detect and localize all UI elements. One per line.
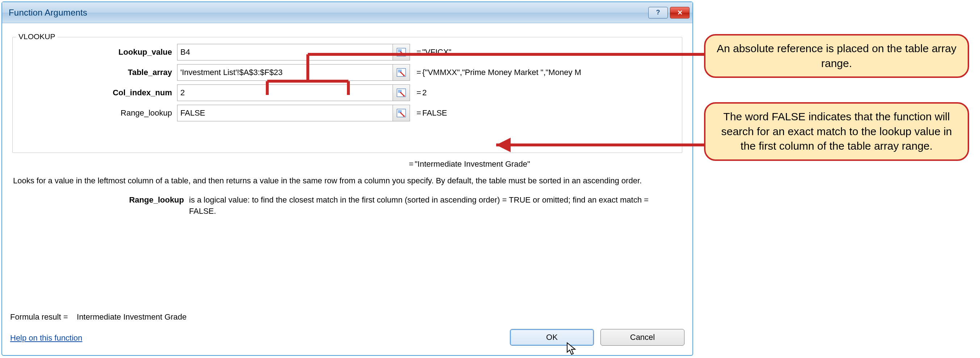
equals-sign: = bbox=[410, 108, 422, 118]
table-array-input[interactable] bbox=[177, 64, 393, 81]
range-picker-button[interactable] bbox=[393, 105, 410, 121]
arg-row-table-array: Table_array = {"VMMXX","Prime Money Mark… bbox=[18, 64, 677, 81]
help-on-this-function-link[interactable]: Help on this function bbox=[10, 333, 82, 343]
arg-evaluated: FALSE bbox=[422, 108, 677, 118]
function-arguments-dialog: Function Arguments ? ✕ VLOOKUP Lookup_va… bbox=[2, 2, 693, 356]
arg-row-range-lookup: Range_lookup = FALSE bbox=[18, 105, 677, 121]
arg-label: Lookup_value bbox=[18, 48, 177, 57]
collapse-dialog-icon bbox=[396, 109, 406, 118]
range-picker-button[interactable] bbox=[393, 84, 410, 101]
function-groupbox: VLOOKUP Lookup_value = "VFICX" Table_arr… bbox=[12, 37, 682, 153]
dialog-body: VLOOKUP Lookup_value = "VFICX" Table_arr… bbox=[2, 23, 692, 355]
annotation-callout-top: An absolute reference is placed on the t… bbox=[704, 34, 969, 78]
collapse-dialog-icon bbox=[396, 88, 406, 97]
dialog-title: Function Arguments bbox=[9, 8, 87, 18]
arg-evaluated: 2 bbox=[422, 88, 677, 97]
selected-arg-text: is a logical value: to find the closest … bbox=[189, 194, 660, 217]
mouse-cursor-icon bbox=[566, 342, 577, 355]
selected-arg-name: Range_lookup bbox=[10, 194, 189, 217]
formula-evaluated-line: = "Intermediate Investment Grade" bbox=[10, 159, 684, 169]
lookup-value-input[interactable] bbox=[177, 44, 393, 60]
annotation-callout-bottom: The word FALSE indicates that the functi… bbox=[704, 102, 969, 161]
ok-button[interactable]: OK bbox=[510, 329, 594, 346]
range-picker-button[interactable] bbox=[393, 44, 410, 60]
title-bar[interactable]: Function Arguments ? ✕ bbox=[2, 2, 692, 23]
function-description: Looks for a value in the leftmost column… bbox=[13, 175, 682, 187]
formula-result: Formula result = Intermediate Investment… bbox=[10, 312, 186, 322]
col-index-num-input[interactable] bbox=[177, 84, 393, 101]
formula-result-label: Formula result = bbox=[10, 312, 68, 321]
collapse-dialog-icon bbox=[396, 68, 406, 77]
arg-label: Table_array bbox=[18, 68, 177, 77]
arg-evaluated: {"VMMXX","Prime Money Market ","Money M bbox=[422, 68, 677, 77]
equals-sign: = bbox=[410, 88, 422, 97]
cancel-button[interactable]: Cancel bbox=[600, 329, 684, 346]
close-button[interactable]: ✕ bbox=[670, 7, 690, 19]
function-name-legend: VLOOKUP bbox=[16, 32, 57, 41]
arg-row-col-index-num: Col_index_num = 2 bbox=[18, 84, 677, 101]
selected-arg-description: Range_lookup is a logical value: to find… bbox=[10, 194, 684, 217]
help-button[interactable]: ? bbox=[648, 7, 668, 19]
arg-label: Range_lookup bbox=[18, 108, 177, 118]
range-lookup-input[interactable] bbox=[177, 105, 393, 121]
collapse-dialog-icon bbox=[396, 48, 406, 57]
equals-sign: = bbox=[402, 159, 415, 169]
formula-evaluated-value: "Intermediate Investment Grade" bbox=[415, 159, 530, 169]
arg-row-lookup-value: Lookup_value = "VFICX" bbox=[18, 44, 677, 60]
range-picker-button[interactable] bbox=[393, 64, 410, 81]
formula-result-value: Intermediate Investment Grade bbox=[77, 312, 186, 321]
arg-label: Col_index_num bbox=[18, 88, 177, 97]
equals-sign: = bbox=[410, 48, 422, 57]
equals-sign: = bbox=[410, 68, 422, 77]
arg-evaluated: "VFICX" bbox=[422, 48, 677, 57]
